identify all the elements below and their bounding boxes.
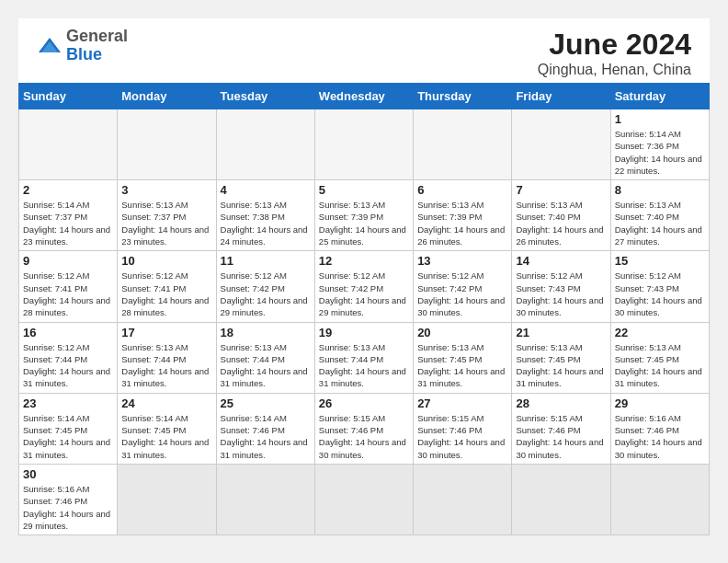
day-info: Sunrise: 5:15 AM Sunset: 7:46 PM Dayligh… [417,412,507,461]
day-info: Sunrise: 5:15 AM Sunset: 7:46 PM Dayligh… [516,412,606,461]
logo-icon [37,36,63,56]
calendar-week-row: 23Sunrise: 5:14 AM Sunset: 7:45 PM Dayli… [19,393,710,464]
day-number: 26 [319,396,409,410]
calendar-day-cell: 1Sunrise: 5:14 AM Sunset: 7:36 PM Daylig… [610,109,709,180]
calendar-day-cell [118,464,216,534]
calendar-day-cell [19,109,118,180]
day-number: 27 [417,396,507,410]
calendar-day-cell: 29Sunrise: 5:16 AM Sunset: 7:46 PM Dayli… [610,393,709,464]
day-info: Sunrise: 5:13 AM Sunset: 7:39 PM Dayligh… [417,199,507,247]
page: General Blue June 2024 Qinghua, Henan, C… [18,18,710,535]
day-number: 13 [417,254,507,268]
calendar-day-header: Sunday [19,84,118,109]
day-number: 19 [319,326,409,339]
day-info: Sunrise: 5:13 AM Sunset: 7:40 PM Dayligh… [516,199,606,247]
day-info: Sunrise: 5:12 AM Sunset: 7:43 PM Dayligh… [516,270,606,318]
day-info: Sunrise: 5:13 AM Sunset: 7:45 PM Dayligh… [516,341,606,390]
day-info: Sunrise: 5:12 AM Sunset: 7:41 PM Dayligh… [121,270,211,318]
logo: General Blue [37,28,128,64]
calendar-week-row: 30Sunrise: 5:16 AM Sunset: 7:46 PM Dayli… [19,464,710,534]
calendar-day-cell: 20Sunrise: 5:13 AM Sunset: 7:45 PM Dayli… [414,322,512,393]
day-info: Sunrise: 5:13 AM Sunset: 7:37 PM Dayligh… [121,199,211,247]
calendar-day-cell [118,109,216,180]
day-info: Sunrise: 5:13 AM Sunset: 7:40 PM Dayligh… [615,199,705,247]
day-number: 5 [319,183,409,197]
day-info: Sunrise: 5:13 AM Sunset: 7:44 PM Dayligh… [319,341,409,390]
calendar-title: June 2024 [538,28,691,62]
calendar-day-header: Thursday [414,84,512,109]
day-info: Sunrise: 5:13 AM Sunset: 7:44 PM Dayligh… [121,341,211,390]
calendar-day-cell: 3Sunrise: 5:13 AM Sunset: 7:37 PM Daylig… [118,180,216,251]
calendar-day-cell: 24Sunrise: 5:14 AM Sunset: 7:45 PM Dayli… [118,393,216,464]
calendar-day-cell: 28Sunrise: 5:15 AM Sunset: 7:46 PM Dayli… [512,393,610,464]
calendar-day-cell: 14Sunrise: 5:12 AM Sunset: 7:43 PM Dayli… [512,251,610,322]
calendar-day-cell: 6Sunrise: 5:13 AM Sunset: 7:39 PM Daylig… [414,180,512,251]
calendar-subtitle: Qinghua, Henan, China [538,62,691,78]
calendar-day-header: Monday [118,84,216,109]
day-info: Sunrise: 5:12 AM Sunset: 7:41 PM Dayligh… [23,270,113,318]
logo-blue-text: Blue [66,45,102,63]
calendar-day-cell: 17Sunrise: 5:13 AM Sunset: 7:44 PM Dayli… [118,322,216,393]
calendar-day-cell: 16Sunrise: 5:12 AM Sunset: 7:44 PM Dayli… [19,322,118,393]
day-number: 11 [221,254,311,268]
day-number: 9 [23,254,113,268]
calendar-day-cell [216,109,314,180]
calendar-day-cell: 11Sunrise: 5:12 AM Sunset: 7:42 PM Dayli… [216,251,314,322]
day-number: 3 [121,183,211,197]
day-info: Sunrise: 5:16 AM Sunset: 7:46 PM Dayligh… [23,483,113,532]
calendar-day-cell [512,109,610,180]
day-info: Sunrise: 5:12 AM Sunset: 7:42 PM Dayligh… [417,270,507,318]
day-info: Sunrise: 5:14 AM Sunset: 7:45 PM Dayligh… [121,412,211,461]
day-number: 16 [23,326,113,339]
day-info: Sunrise: 5:12 AM Sunset: 7:44 PM Dayligh… [23,341,113,390]
calendar-day-cell: 4Sunrise: 5:13 AM Sunset: 7:38 PM Daylig… [216,180,314,251]
calendar-day-cell: 22Sunrise: 5:13 AM Sunset: 7:45 PM Dayli… [610,322,709,393]
calendar-day-cell [414,464,512,534]
day-number: 28 [516,396,606,410]
calendar-day-header: Saturday [610,84,709,109]
day-info: Sunrise: 5:12 AM Sunset: 7:42 PM Dayligh… [221,270,311,318]
day-info: Sunrise: 5:12 AM Sunset: 7:43 PM Dayligh… [615,270,705,318]
calendar-day-cell: 26Sunrise: 5:15 AM Sunset: 7:46 PM Dayli… [314,393,413,464]
day-info: Sunrise: 5:13 AM Sunset: 7:45 PM Dayligh… [417,341,507,390]
day-number: 8 [615,183,705,197]
day-info: Sunrise: 5:14 AM Sunset: 7:36 PM Dayligh… [615,128,705,177]
calendar-day-cell: 12Sunrise: 5:12 AM Sunset: 7:42 PM Dayli… [314,251,413,322]
day-info: Sunrise: 5:13 AM Sunset: 7:39 PM Dayligh… [319,199,409,247]
calendar-week-row: 9Sunrise: 5:12 AM Sunset: 7:41 PM Daylig… [19,251,710,322]
calendar-day-cell: 9Sunrise: 5:12 AM Sunset: 7:41 PM Daylig… [19,251,118,322]
day-number: 7 [516,183,606,197]
day-number: 23 [23,396,113,410]
day-number: 29 [615,396,705,410]
calendar-table: SundayMondayTuesdayWednesdayThursdayFrid… [18,83,710,535]
calendar-day-cell [610,464,709,534]
calendar-week-row: 1Sunrise: 5:14 AM Sunset: 7:36 PM Daylig… [19,109,710,180]
day-number: 20 [417,326,507,339]
calendar-day-cell: 15Sunrise: 5:12 AM Sunset: 7:43 PM Dayli… [610,251,709,322]
calendar-day-cell [512,464,610,534]
day-number: 24 [121,396,211,410]
calendar-day-header: Wednesday [314,84,413,109]
day-number: 1 [615,112,705,126]
calendar-day-header: Friday [512,84,610,109]
logo-text: General Blue [66,28,128,64]
calendar-day-cell: 10Sunrise: 5:12 AM Sunset: 7:41 PM Dayli… [118,251,216,322]
calendar-day-cell: 27Sunrise: 5:15 AM Sunset: 7:46 PM Dayli… [414,393,512,464]
day-number: 18 [221,326,311,339]
day-number: 30 [23,467,113,481]
day-number: 14 [516,254,606,268]
day-number: 4 [221,183,311,197]
day-info: Sunrise: 5:14 AM Sunset: 7:46 PM Dayligh… [221,412,311,461]
day-number: 12 [319,254,409,268]
calendar-day-cell: 30Sunrise: 5:16 AM Sunset: 7:46 PM Dayli… [19,464,118,534]
day-info: Sunrise: 5:15 AM Sunset: 7:46 PM Dayligh… [319,412,409,461]
day-number: 15 [615,254,705,268]
calendar-day-cell: 7Sunrise: 5:13 AM Sunset: 7:40 PM Daylig… [512,180,610,251]
logo-general-text: General [66,27,128,45]
calendar-day-cell: 8Sunrise: 5:13 AM Sunset: 7:40 PM Daylig… [610,180,709,251]
day-number: 2 [23,183,113,197]
calendar-week-row: 2Sunrise: 5:14 AM Sunset: 7:37 PM Daylig… [19,180,710,251]
calendar-day-cell: 13Sunrise: 5:12 AM Sunset: 7:42 PM Dayli… [414,251,512,322]
calendar-day-cell: 25Sunrise: 5:14 AM Sunset: 7:46 PM Dayli… [216,393,314,464]
calendar-day-cell [314,464,413,534]
